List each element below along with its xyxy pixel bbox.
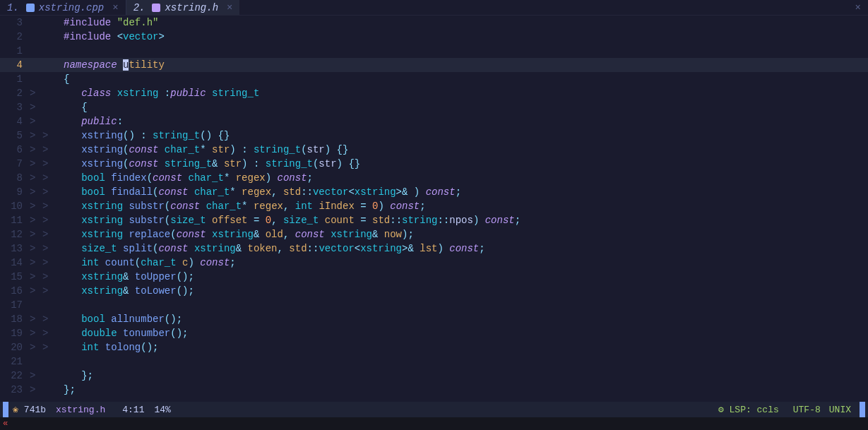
tab-number: 2. [133,2,145,13]
code-content[interactable]: namespace utility [64,58,868,72]
fold-indicator-2: > [42,157,64,171]
code-line[interactable]: 2#include <vector> [0,30,868,44]
code-content[interactable]: xstring& toUpper(); [64,270,868,284]
code-content[interactable] [64,298,868,312]
tab-close-icon[interactable]: × [227,2,232,13]
code-line[interactable]: 4> public: [0,114,868,129]
fold-indicator: > [30,199,42,213]
fold-indicator-2 [42,114,64,129]
fold-indicator-2: > [42,312,64,326]
code-line[interactable]: 22> }; [0,369,868,383]
fold-indicator-2: > [42,129,64,143]
code-content[interactable]: xstring() : string_t() {} [64,129,868,143]
code-content[interactable]: { [64,72,868,86]
fold-indicator [30,354,42,369]
code-content[interactable]: size_t split(const xstring& token, std::… [64,241,868,256]
fold-indicator: > [30,171,42,185]
scroll-percent: 14% [154,405,170,415]
fold-indicator-2 [42,58,64,72]
code-line[interactable]: 13>> size_t split(const xstring& token, … [0,241,868,256]
code-line[interactable]: 18>> bool allnumber(); [0,312,868,326]
code-content[interactable]: xstring substr(size_t offset = 0, size_t… [64,213,868,227]
code-content[interactable]: int tolong(); [64,340,868,354]
code-content[interactable]: xstring substr(const char_t* regex, int … [64,199,868,213]
fold-indicator: > [30,340,42,354]
tab-xstring-h[interactable]: 2.xstring.h× [126,0,240,15]
code-content[interactable]: xstring replace(const xstring& old, cons… [64,227,868,241]
code-content[interactable]: xstring(const char_t* str) : string_t(st… [64,143,868,157]
code-content[interactable]: bool findall(const char_t* regex, std::v… [64,185,868,199]
code-content[interactable]: int count(char_t c) const; [64,256,868,270]
code-content[interactable]: xstring& toLower(); [64,284,868,298]
line-number: 1 [0,72,30,86]
fold-indicator-2: > [42,227,64,241]
line-number: 21 [0,354,30,369]
code-line[interactable]: 11>> xstring substr(size_t offset = 0, s… [0,213,868,227]
tab-xstring-cpp[interactable]: 1.xstring.cpp× [0,0,126,15]
code-line[interactable]: 23>}; [0,383,868,397]
code-line[interactable]: 3> { [0,100,868,114]
code-content[interactable]: #include <vector> [64,30,868,44]
fold-indicator: > [30,185,42,199]
code-content[interactable]: }; [64,369,868,383]
code-line[interactable]: 1 [0,44,868,58]
fold-indicator: > [30,227,42,241]
lsp-status: ⚙ LSP: ccls [718,404,779,415]
line-number: 1 [0,44,30,58]
code-content[interactable]: public: [64,114,868,129]
code-content[interactable]: double tonumber(); [64,326,868,340]
code-line[interactable]: 19>> double tonumber(); [0,326,868,340]
code-content[interactable] [64,44,868,58]
code-line[interactable]: 5>> xstring() : string_t() {} [0,129,868,143]
code-line[interactable]: 21 [0,354,868,369]
code-line[interactable]: 14>> int count(char_t c) const; [0,256,868,270]
close-all-tabs-icon[interactable]: × [855,2,861,13]
command-line[interactable]: « [0,417,868,430]
line-number: 9 [0,185,30,199]
code-line[interactable]: 10>> xstring substr(const char_t* regex,… [0,199,868,213]
code-line[interactable]: 6>> xstring(const char_t* str) : string_… [0,143,868,157]
code-line[interactable]: 15>> xstring& toUpper(); [0,270,868,284]
code-line[interactable]: 8>> bool findex(const char_t* regex) con… [0,171,868,185]
code-content[interactable]: }; [64,383,868,397]
tab-file-name: xstring.cpp [39,2,104,13]
line-number: 13 [0,241,30,256]
line-number: 4 [0,114,30,129]
tab-close-icon[interactable]: × [112,2,118,13]
fold-indicator-2: > [42,340,64,354]
code-content[interactable]: bool allnumber(); [64,312,868,326]
fold-indicator-2: > [42,213,64,227]
code-line[interactable]: 16>> xstring& toLower(); [0,284,868,298]
code-line[interactable]: 1{ [0,72,868,86]
code-content[interactable]: { [64,100,868,114]
code-line[interactable]: 9>> bool findall(const char_t* regex, st… [0,185,868,199]
code-line[interactable]: 4namespace utility [0,58,868,72]
cursor-position: 4:11 [122,405,144,415]
code-line[interactable]: 2> class xstring :public string_t [0,86,868,100]
file-format: UNIX [829,405,851,415]
code-line[interactable]: 3#include "def.h" [0,16,868,30]
fold-indicator: > [30,241,42,256]
fold-indicator [30,16,42,30]
fold-indicator: > [30,369,42,383]
code-content[interactable] [64,354,868,369]
line-number: 19 [0,326,30,340]
code-line[interactable]: 20>> int tolong(); [0,340,868,354]
line-number: 23 [0,383,30,397]
code-line[interactable]: 7>> xstring(const string_t& str) : strin… [0,157,868,171]
code-line[interactable]: 12>> xstring replace(const xstring& old,… [0,227,868,241]
fold-indicator [30,30,42,44]
code-content[interactable]: xstring(const string_t& str) : string_t(… [64,157,868,171]
fold-indicator-2 [42,383,64,397]
code-line[interactable]: 17 [0,298,868,312]
fold-indicator-2: > [42,270,64,284]
line-number: 5 [0,129,30,143]
line-number: 22 [0,369,30,383]
line-number: 20 [0,340,30,354]
code-content[interactable]: bool findex(const char_t* regex) const; [64,171,868,185]
code-editor[interactable]: 3#include "def.h"2#include <vector>14nam… [0,16,868,402]
fold-indicator-2 [42,369,64,383]
code-content[interactable]: class xstring :public string_t [64,86,868,100]
encoding: UTF-8 [793,405,821,415]
code-content[interactable]: #include "def.h" [64,16,868,30]
